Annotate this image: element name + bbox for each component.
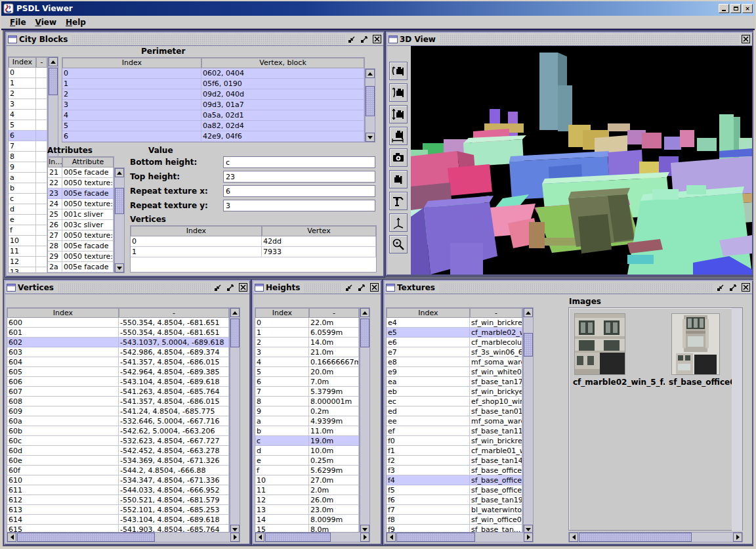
- table-row[interactable]: d10.0m: [255, 446, 359, 456]
- heights-table[interactable]: Index-022.0m16.0599m214.0m321.0m40.16666…: [255, 307, 360, 535]
- table-row[interactable]: 605-542.964, 4.8504, -689.385: [7, 367, 229, 377]
- table-row[interactable]: 600-550.354, 4.8504, -681.651: [7, 318, 229, 328]
- frame-close-button[interactable]: [740, 282, 751, 293]
- top-height-input[interactable]: [223, 171, 375, 183]
- table-row[interactable]: 602-543.1037, 5.0004, -689.618: [7, 338, 229, 347]
- table-row[interactable]: 2a005e facade: [48, 262, 114, 273]
- scroll-left-button[interactable]: [7, 533, 16, 542]
- table-row[interactable]: 00602, 0404: [62, 68, 364, 79]
- column-header[interactable]: Index: [255, 308, 309, 318]
- table-row[interactable]: 022.0m: [255, 318, 359, 328]
- maximize-button[interactable]: [730, 4, 741, 13]
- scroll-left-button[interactable]: [387, 533, 396, 542]
- snapshot-camera-button[interactable]: [389, 148, 408, 167]
- table-row[interactable]: c19.0m: [255, 436, 359, 446]
- minimize-button[interactable]: [719, 4, 729, 13]
- table-row[interactable]: easf_base_tan17_2s_...: [387, 377, 522, 387]
- table-row[interactable]: 13: [9, 267, 47, 273]
- table-row[interactable]: 2: [9, 89, 47, 99]
- move-camera-vertical-button[interactable]: [389, 105, 408, 123]
- table-row[interactable]: efsf_base_tan11_1s_...: [387, 426, 522, 436]
- scroll-right-button[interactable]: [230, 533, 240, 542]
- table-row[interactable]: f: [9, 225, 47, 236]
- table-row[interactable]: 9: [9, 162, 47, 173]
- textures-hscrollbar[interactable]: [386, 532, 534, 542]
- table-row[interactable]: 60f-544.2, 4.8504, -666.88: [7, 466, 229, 475]
- table-row[interactable]: e9sf_win_white09_1s_...: [387, 367, 522, 377]
- table-row[interactable]: 40a5a, 02d1: [62, 110, 364, 121]
- vertices-hscrollbar[interactable]: [7, 532, 240, 542]
- texture-thumbnail[interactable]: [574, 313, 625, 375]
- scrollbar-thumb[interactable]: [17, 533, 155, 542]
- frame-maximize-button[interactable]: [359, 34, 369, 45]
- table-row[interactable]: 17933: [131, 247, 376, 257]
- table-row[interactable]: 642e9, 04f6: [62, 131, 364, 142]
- table-row[interactable]: f5.6299m: [255, 466, 359, 475]
- table-row[interactable]: 321.0m: [255, 347, 359, 357]
- heights-hscrollbar[interactable]: [255, 532, 370, 542]
- frame-maximize-button[interactable]: [356, 282, 367, 293]
- table-row[interactable]: a: [9, 173, 47, 183]
- repeat-texture-x-input[interactable]: [223, 185, 375, 197]
- column-header[interactable]: In...: [48, 157, 62, 167]
- table-row[interactable]: 6: [9, 131, 47, 141]
- table-row[interactable]: 105f6, 0190: [62, 79, 364, 89]
- texture-thumbnail[interactable]: [671, 313, 720, 375]
- images-hscrollbar[interactable]: [568, 532, 743, 542]
- column-header[interactable]: -: [119, 308, 229, 318]
- close-button[interactable]: ×: [742, 4, 753, 13]
- menu-help[interactable]: Help: [61, 16, 91, 28]
- bottom-height-input[interactable]: [223, 156, 375, 168]
- table-row[interactable]: 12: [9, 257, 47, 267]
- column-header[interactable]: Index: [9, 57, 36, 68]
- heights-vscrollbar[interactable]: [360, 307, 370, 535]
- table-row[interactable]: 214.0m: [255, 338, 359, 347]
- vertices-titlebar[interactable]: Vertices: [5, 281, 249, 294]
- table-row[interactable]: f1cf_marble01_win_5_f: [387, 446, 522, 456]
- zoom-tool-button[interactable]: [389, 235, 408, 253]
- frame-close-button[interactable]: [369, 282, 379, 293]
- table-row[interactable]: 220050 texture: f4: [48, 178, 114, 188]
- table-row[interactable]: 603-542.986, 4.8504, -689.374: [7, 347, 229, 357]
- table-row[interactable]: ecef_shop10_win_6_f: [387, 397, 522, 406]
- table-row[interactable]: f5sf_base_office08_2s...: [387, 485, 522, 495]
- textures-table[interactable]: Index-e4sf_win_brickred06_1...e5cf_marbl…: [386, 307, 523, 535]
- table-row[interactable]: e5cf_marble02_win_5_f: [387, 328, 522, 338]
- repeat-texture-y-input[interactable]: [223, 200, 375, 211]
- table-row[interactable]: f2sf_base_tan14_1s_...: [387, 456, 522, 466]
- table-row[interactable]: 240050 texture: e5: [48, 199, 114, 209]
- block-vertices-table[interactable]: IndexVertex042dd17933: [130, 225, 377, 273]
- frame-close-button[interactable]: [371, 34, 382, 45]
- table-row[interactable]: d: [9, 204, 47, 215]
- table-row[interactable]: 148.0099m: [255, 515, 359, 525]
- frame-minimize-button[interactable]: [346, 34, 357, 45]
- table-row[interactable]: 612-550.521, 4.8504, -681.579: [7, 495, 229, 505]
- table-row[interactable]: edsf_base_tan01a_1s...: [387, 406, 522, 416]
- scroll-up-button[interactable]: [366, 69, 375, 78]
- table-row[interactable]: 50a82, 02d4: [62, 121, 364, 131]
- table-row[interactable]: 604-541.357, 4.8504, -686.015: [7, 357, 229, 367]
- view3d-titlebar[interactable]: 3D View: [387, 33, 752, 46]
- table-row[interactable]: 610-534.347, 4.8504, -671.336: [7, 475, 229, 485]
- table-row[interactable]: 614-543.104, 4.8504, -689.618: [7, 515, 229, 525]
- table-row[interactable]: 1: [9, 78, 47, 89]
- column-header[interactable]: Index: [62, 58, 201, 68]
- heights-titlebar[interactable]: Heights: [253, 281, 381, 294]
- table-row[interactable]: 40.16666667m: [255, 357, 359, 367]
- table-header-row[interactable]: Index-: [7, 308, 229, 318]
- table-row[interactable]: e7sf_3s_win06_6_f: [387, 347, 522, 357]
- table-header-row[interactable]: IndexVertex, block: [62, 58, 364, 68]
- table-row[interactable]: e6cf_marblecolumns0...: [387, 338, 522, 347]
- table-row[interactable]: 3: [9, 99, 47, 110]
- column-header[interactable]: Index: [7, 308, 119, 318]
- table-row[interactable]: 28005e facade: [48, 241, 114, 252]
- menu-view[interactable]: View: [31, 16, 61, 28]
- column-header[interactable]: Vertex: [262, 226, 376, 236]
- table-row[interactable]: 112.0m: [255, 485, 359, 495]
- scroll-left-button[interactable]: [569, 533, 578, 542]
- table-row[interactable]: 90.2m: [255, 406, 359, 416]
- table-row[interactable]: 1323.0m: [255, 505, 359, 515]
- table-row[interactable]: 60d-542.452, 4.8504, -663.278: [7, 446, 229, 456]
- table-row[interactable]: 607-541.263, 4.8504, -685.764: [7, 387, 229, 397]
- scrollbar-thumb[interactable]: [366, 86, 375, 116]
